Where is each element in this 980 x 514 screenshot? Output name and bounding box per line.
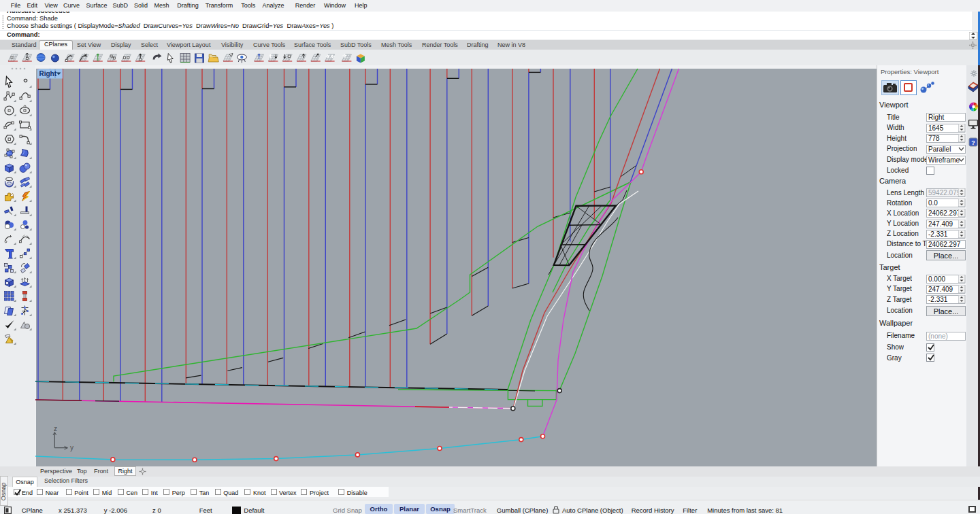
svg-text:Right: Right — [39, 70, 57, 78]
svg-text:?: ? — [971, 139, 975, 146]
svg-text:y: y — [70, 444, 74, 451]
svg-text:z: z — [54, 425, 57, 432]
